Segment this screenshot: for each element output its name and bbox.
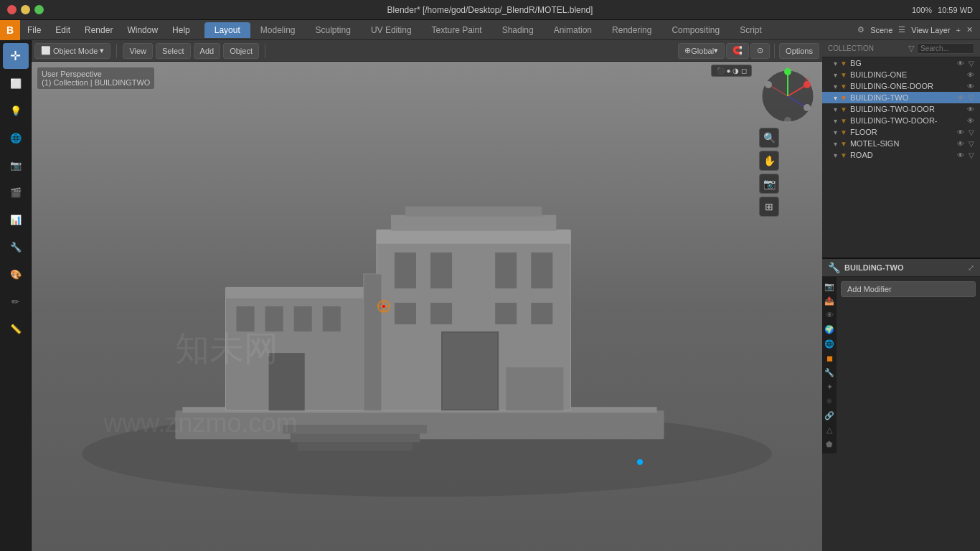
3d-viewport[interactable]: User Perspective (1) Collection | BUILDI… xyxy=(32,62,822,551)
battery-indicator: 100% xyxy=(912,6,932,14)
tab-modeling[interactable]: Modeling xyxy=(250,22,306,38)
outliner-item-floor[interactable]: ▾ ▼ FLOOR 👁 ▽ xyxy=(822,126,980,138)
transform-orientations-btn[interactable]: ⊕ Global ▾ xyxy=(678,43,725,59)
outliner-item-building-two-door[interactable]: ▾ ▼ BUILDING-TWO-DOOR 👁 xyxy=(822,103,980,115)
file-menu-group: File Edit Render Window Help xyxy=(20,22,197,38)
svg-text:www.znzmo.com: www.znzmo.com xyxy=(103,408,297,438)
outliner-item-building-two[interactable]: ▾ ▼ BUILDING-TWO 👁 ▽ xyxy=(822,92,980,103)
grid-btn[interactable]: ⊞ xyxy=(759,197,779,217)
tab-script[interactable]: Script xyxy=(730,22,772,38)
prop-tab-modifier[interactable]: 🔧 xyxy=(823,366,836,379)
add-menu-btn[interactable]: Add xyxy=(194,43,221,59)
svg-point-40 xyxy=(765,81,772,88)
pan-btn[interactable]: ✋ xyxy=(759,151,779,171)
tab-compositing[interactable]: Compositing xyxy=(661,22,730,38)
mode-selector[interactable]: ⬜ Object Mode ▾ xyxy=(34,43,110,59)
snap-btn[interactable]: 🧲 xyxy=(726,43,749,59)
tab-sculpting[interactable]: Sculpting xyxy=(306,22,361,38)
add-modifier-button[interactable]: Add Modifier xyxy=(841,281,976,297)
visibility-building-one[interactable]: 👁 xyxy=(967,71,974,79)
file-menu[interactable]: File xyxy=(20,22,48,38)
help-menu[interactable]: Help xyxy=(165,22,197,38)
properties-expand-icon[interactable]: ⤢ xyxy=(968,263,974,273)
options-btn[interactable]: Options xyxy=(779,43,819,59)
visibility-building-two-door[interactable]: 👁 xyxy=(967,105,974,113)
camera-btn[interactable]: 📷 xyxy=(759,174,779,194)
visibility-road[interactable]: 👁 xyxy=(957,151,964,159)
prop-tab-render[interactable]: 📷 xyxy=(823,280,836,293)
outliner-item-building-two-door2[interactable]: ▾ ▼ BUILDING-TWO-DOOR- 👁 xyxy=(822,115,980,126)
prop-tab-particles[interactable]: ✦ xyxy=(823,380,836,393)
maximize-button[interactable] xyxy=(34,5,44,14)
filter-floor[interactable]: ▽ xyxy=(969,128,974,136)
sidebar-icon-lamp[interactable]: 💡 xyxy=(3,98,29,123)
visibility-building-two[interactable]: 👁 xyxy=(957,94,964,102)
proportional-edit-btn[interactable]: ⊙ xyxy=(750,43,770,59)
sidebar-icon-globe[interactable]: 🌐 xyxy=(3,125,29,151)
visibility-floor[interactable]: 👁 xyxy=(957,128,964,136)
render-menu[interactable]: Render xyxy=(77,22,120,38)
properties-header: 🔧 BUILDING-TWO ⤢ xyxy=(822,259,980,277)
visibility-motel-sign[interactable]: 👁 xyxy=(957,140,964,148)
prop-tab-physics[interactable]: ⚛ xyxy=(823,395,836,408)
tab-texture-paint[interactable]: Texture Paint xyxy=(422,22,492,38)
select-menu-btn[interactable]: Select xyxy=(156,43,191,59)
viewport-overlays: ⚫ ● ◑ ◻ xyxy=(711,65,752,77)
viewport-shading-btn[interactable]: ⚫ ● ◑ ◻ xyxy=(711,65,752,77)
blender-logo[interactable]: B xyxy=(0,20,20,40)
visibility-bg[interactable]: 👁 xyxy=(957,60,964,67)
tab-animation[interactable]: Animation xyxy=(544,22,602,38)
zoom-in-btn[interactable]: 🔍 xyxy=(759,128,779,148)
sidebar-icon-camera[interactable]: 📷 xyxy=(3,152,29,178)
outliner-item-motel-sign[interactable]: ▾ ▼ MOTEL-SIGN 👁 ▽ xyxy=(822,138,980,149)
prop-tab-data[interactable]: △ xyxy=(823,423,836,436)
prop-tab-constraints[interactable]: 🔗 xyxy=(823,409,836,422)
filter-road[interactable]: ▽ xyxy=(969,151,974,159)
svg-rect-11 xyxy=(443,333,497,409)
icons-toggle[interactable]: ☰ xyxy=(898,25,905,34)
filter-motel-sign[interactable]: ▽ xyxy=(969,140,974,148)
prop-tab-material[interactable]: ⬟ xyxy=(823,438,836,451)
svg-text:X: X xyxy=(805,76,809,83)
tab-shading[interactable]: Shading xyxy=(492,22,544,38)
navigation-gizmo[interactable]: X Z xyxy=(759,67,816,125)
sidebar-icon-video[interactable]: 🎬 xyxy=(3,179,29,205)
outliner-item-bg[interactable]: ▾ ▼ BG 👁 ▽ xyxy=(822,57,980,69)
filter-icon[interactable]: ▽ xyxy=(908,44,914,53)
sidebar-icon-object[interactable]: ⬜ xyxy=(3,70,29,96)
sidebar-icon-chart[interactable]: 📊 xyxy=(3,207,29,232)
edit-menu[interactable]: Edit xyxy=(48,22,77,38)
tab-rendering[interactable]: Rendering xyxy=(602,22,661,38)
object-menu-btn[interactable]: Object xyxy=(223,43,259,59)
window-controls[interactable] xyxy=(0,5,44,14)
sidebar-icon-cursor[interactable]: ✛ xyxy=(3,43,29,69)
window-menu[interactable]: Window xyxy=(120,22,165,38)
outliner-item-road[interactable]: ▾ ▼ ROAD 👁 ▽ xyxy=(822,149,980,161)
close-button[interactable] xyxy=(7,5,17,14)
view-menu-btn[interactable]: View xyxy=(123,43,153,59)
tab-uv-editing[interactable]: UV Editing xyxy=(361,22,422,38)
outliner-search[interactable] xyxy=(917,43,974,54)
svg-rect-27 xyxy=(364,274,382,410)
filter-building-two[interactable]: ▽ xyxy=(969,94,974,102)
prop-tab-object[interactable]: ◼ xyxy=(823,352,836,364)
minimize-button[interactable] xyxy=(21,5,30,14)
sidebar-icon-wrench[interactable]: 🔧 xyxy=(3,234,29,260)
visibility-building-two-door2[interactable]: 👁 xyxy=(967,117,974,125)
viewport-toolbar: ⬜ Object Mode ▾ View Select Add Object ⊕… xyxy=(32,40,822,62)
sidebar-icon-ruler[interactable]: 📏 xyxy=(3,316,29,342)
perspective-label: User Perspective xyxy=(42,70,150,78)
prop-tab-world[interactable]: 🌐 xyxy=(823,337,836,350)
add-view-layer-icon[interactable]: + xyxy=(956,26,961,34)
outliner-item-building-one-door[interactable]: ▾ ▼ BUILDING-ONE-DOOR 👁 xyxy=(822,80,980,92)
prop-tab-view[interactable]: 👁 xyxy=(823,309,836,321)
sidebar-icon-paint[interactable]: 🎨 xyxy=(3,261,29,287)
prop-tab-scene[interactable]: 🌍 xyxy=(823,323,836,336)
sidebar-icon-pen[interactable]: ✏ xyxy=(3,288,29,314)
visibility-building-one-door[interactable]: 👁 xyxy=(967,83,974,90)
remove-view-layer-icon[interactable]: ✕ xyxy=(966,25,973,34)
tab-layout[interactable]: Layout xyxy=(204,22,250,38)
outliner-item-building-one[interactable]: ▾ ▼ BUILDING-ONE 👁 xyxy=(822,69,980,80)
filter-bg[interactable]: ▽ xyxy=(969,60,974,67)
prop-tab-output[interactable]: 📤 xyxy=(823,294,836,307)
